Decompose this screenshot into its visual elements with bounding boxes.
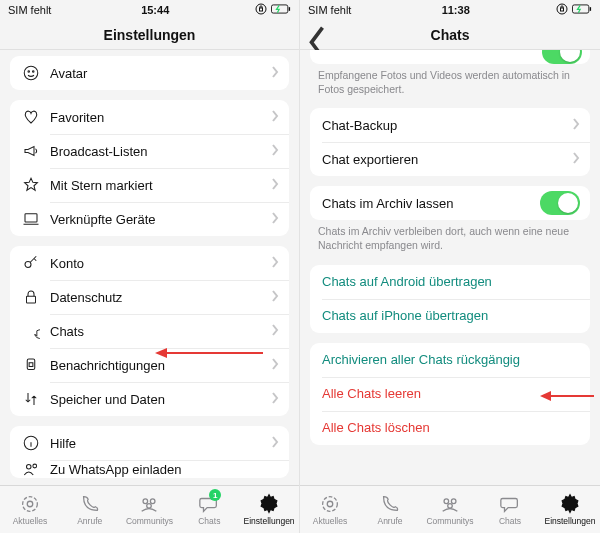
info-icon <box>22 434 50 452</box>
svg-rect-4 <box>289 7 290 11</box>
row-speicher[interactable]: Speicher und Daten <box>10 382 289 416</box>
row-label: Archivieren aller Chats rückgängig <box>322 352 580 367</box>
group-danger: Archivieren aller Chats rückgängig Alle … <box>310 343 590 445</box>
svg-point-5 <box>24 66 38 80</box>
svg-point-21 <box>151 499 156 504</box>
row-clear-all[interactable]: Alle Chats leeren <box>310 377 590 411</box>
chevron-right-icon <box>271 212 279 227</box>
svg-point-22 <box>147 504 152 509</box>
heart-icon <box>22 108 50 126</box>
content-scroll[interactable]: Avatar Favoriten Broadcast-Listen Mit St… <box>0 50 299 485</box>
footer-save-media: Empfangene Fotos und Videos werden autom… <box>300 64 600 98</box>
group-lists: Favoriten Broadcast-Listen Mit Stern mar… <box>10 100 289 236</box>
tab-label: Einstellungen <box>544 516 595 526</box>
row-label: Zu WhatsApp einladen <box>50 462 279 477</box>
row-starred[interactable]: Mit Stern markiert <box>10 168 289 202</box>
tab-einstellungen[interactable]: Einstellungen <box>239 486 299 533</box>
key-icon <box>22 254 50 272</box>
row-transfer-iphone[interactable]: Chats auf iPhone übertragen <box>310 299 590 333</box>
row-konto[interactable]: Konto <box>10 246 289 280</box>
tab-bar: Aktuelles Anrufe Communitys Chats Einste… <box>300 485 600 533</box>
row-chats[interactable]: Chats <box>10 314 289 348</box>
row-transfer-android[interactable]: Chats auf Android übertragen <box>310 265 590 299</box>
laptop-icon <box>22 210 50 228</box>
data-icon <box>22 390 50 408</box>
row-archive-toggle[interactable]: Chats im Archiv lassen <box>310 186 590 220</box>
row-invite[interactable]: Zu WhatsApp einladen <box>10 460 289 478</box>
svg-point-33 <box>444 499 449 504</box>
nav-bar: Chats <box>300 20 600 50</box>
row-label: Speicher und Daten <box>50 392 271 407</box>
tab-chats[interactable]: 1 Chats <box>179 486 239 533</box>
chevron-right-icon <box>271 324 279 339</box>
chevron-right-icon <box>271 290 279 305</box>
row-label: Chat-Backup <box>322 118 572 133</box>
tab-anrufe[interactable]: Anrufe <box>60 486 120 533</box>
chevron-right-icon <box>572 152 580 167</box>
bell-icon <box>22 356 50 374</box>
page-title: Einstellungen <box>0 27 299 43</box>
row-unarchive-all[interactable]: Archivieren aller Chats rückgängig <box>310 343 590 377</box>
row-label: Broadcast-Listen <box>50 144 271 159</box>
toggle-save-media[interactable] <box>542 50 582 64</box>
battery-icon <box>572 4 592 16</box>
svg-point-34 <box>451 499 456 504</box>
tab-label: Anrufe <box>377 516 402 526</box>
tab-communitys[interactable]: Communitys <box>120 486 180 533</box>
row-label: Avatar <box>50 66 271 81</box>
back-button[interactable] <box>306 24 328 46</box>
tab-aktuelles[interactable]: Aktuelles <box>300 486 360 533</box>
tab-einstellungen[interactable]: Einstellungen <box>540 486 600 533</box>
tab-label: Anrufe <box>77 516 102 526</box>
row-chat-export[interactable]: Chat exportieren <box>310 142 590 176</box>
chevron-right-icon <box>271 110 279 125</box>
row-label: Alle Chats leeren <box>322 386 580 401</box>
clock: 11:38 <box>355 4 556 16</box>
friends-icon <box>22 460 50 478</box>
group-avatar: Avatar <box>10 56 289 90</box>
svg-point-18 <box>23 497 38 512</box>
tab-chats[interactable]: Chats <box>480 486 540 533</box>
chevron-right-icon <box>271 256 279 271</box>
row-label: Mit Stern markiert <box>50 178 271 193</box>
svg-point-35 <box>448 504 453 509</box>
row-label: Chats auf Android übertragen <box>322 274 580 289</box>
nav-bar: Einstellungen <box>0 20 299 50</box>
row-label: Favoriten <box>50 110 271 125</box>
row-label: Datenschutz <box>50 290 271 305</box>
row-favoriten[interactable]: Favoriten <box>10 100 289 134</box>
row-datenschutz[interactable]: Datenschutz <box>10 280 289 314</box>
row-avatar[interactable]: Avatar <box>10 56 289 90</box>
chevron-right-icon <box>271 178 279 193</box>
row-label: Konto <box>50 256 271 271</box>
lock-icon <box>22 288 50 306</box>
row-benachrichtigungen[interactable]: Benachrichtigungen <box>10 348 289 382</box>
row-hilfe[interactable]: Hilfe <box>10 426 289 460</box>
right-screen: SIM fehlt 11:38 Chats Empfangene Fotos u… <box>300 0 600 533</box>
svg-point-9 <box>25 262 31 268</box>
orientation-lock-icon <box>255 3 267 17</box>
tab-label: Aktuelles <box>313 516 348 526</box>
svg-point-6 <box>28 71 30 73</box>
svg-rect-8 <box>25 214 37 222</box>
row-devices[interactable]: Verknüpfte Geräte <box>10 202 289 236</box>
tab-anrufe[interactable]: Anrufe <box>360 486 420 533</box>
tab-label: Chats <box>198 516 220 526</box>
row-delete-all[interactable]: Alle Chats löschen <box>310 411 590 445</box>
tab-communitys[interactable]: Communitys <box>420 486 480 533</box>
avatar-icon <box>22 64 50 82</box>
chat-icon <box>22 322 50 340</box>
tab-aktuelles[interactable]: Aktuelles <box>0 486 60 533</box>
row-label: Alle Chats löschen <box>322 420 580 435</box>
clock: 15:44 <box>55 4 255 16</box>
chevron-right-icon <box>271 66 279 81</box>
svg-point-32 <box>327 501 333 507</box>
group-help: Hilfe Zu WhatsApp einladen <box>10 426 289 478</box>
left-screen: SIM fehlt 15:44 Einstellungen Avatar Fav… <box>0 0 300 533</box>
row-chat-backup[interactable]: Chat-Backup <box>310 108 590 142</box>
content-scroll[interactable]: Empfangene Fotos und Videos werden autom… <box>300 50 600 485</box>
carrier-text: SIM fehlt <box>8 4 51 16</box>
toggle-archive[interactable] <box>540 191 580 215</box>
row-broadcast[interactable]: Broadcast-Listen <box>10 134 289 168</box>
footer-archive: Chats im Archiv verbleiben dort, auch we… <box>300 220 600 254</box>
